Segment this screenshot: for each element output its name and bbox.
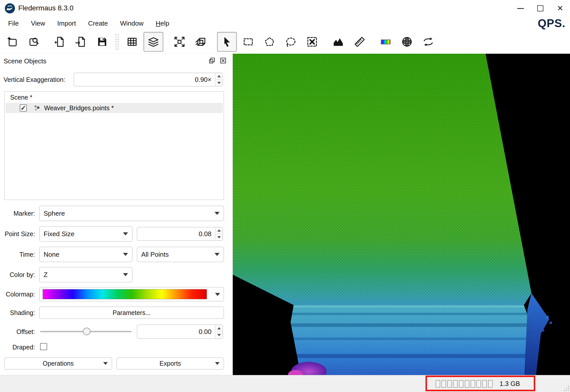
color-by-value: Z bbox=[40, 271, 48, 279]
colormap-select[interactable] bbox=[39, 287, 224, 301]
spin-down-icon[interactable] bbox=[215, 332, 223, 339]
scene-root-label[interactable]: Scene * bbox=[10, 94, 32, 101]
scene-tree[interactable]: Scene * ✓ Weaver_Bridges.points * bbox=[4, 91, 224, 200]
maximize-button[interactable] bbox=[530, 0, 550, 17]
time-filter-select[interactable]: All Points bbox=[137, 247, 224, 262]
vertical-exaggeration-label: Vertical Exaggeration: bbox=[4, 76, 65, 84]
menu-view[interactable]: View bbox=[25, 18, 51, 29]
offset-label: Offset: bbox=[0, 328, 35, 336]
color-by-select[interactable]: Z bbox=[39, 267, 132, 282]
measure-button[interactable] bbox=[350, 32, 369, 52]
spin-up-icon[interactable] bbox=[215, 325, 223, 332]
point-size-input[interactable]: 0.08 bbox=[137, 227, 223, 241]
maximize-icon bbox=[537, 5, 543, 11]
point-size-mode-select[interactable]: Fixed Size bbox=[39, 226, 132, 241]
vertical-exaggeration-spinner[interactable] bbox=[215, 73, 223, 86]
open-project-icon bbox=[27, 36, 40, 48]
menu-create[interactable]: Create bbox=[82, 18, 114, 29]
marker-value: Sphere bbox=[40, 210, 65, 217]
memory-segment bbox=[436, 380, 440, 388]
clear-selection-icon bbox=[306, 36, 318, 48]
menu-help-rest: elp bbox=[161, 20, 169, 27]
shading-label: Shading: bbox=[0, 309, 35, 317]
close-button[interactable]: ✕ bbox=[550, 0, 570, 17]
menu-help[interactable]: Help bbox=[150, 18, 175, 29]
menu-bar: File View Import Create Window Help QPS. bbox=[0, 17, 570, 30]
profile-chart-button[interactable] bbox=[328, 32, 348, 52]
open-project-button[interactable] bbox=[24, 32, 43, 52]
exports-button[interactable]: Exports bbox=[117, 358, 224, 369]
title-bar: Fledermaus 8.3.0 ✕ bbox=[0, 0, 570, 17]
time-label: Time: bbox=[0, 250, 35, 258]
chevron-down-icon bbox=[123, 273, 128, 276]
status-bar: 1.3 GB bbox=[0, 375, 570, 392]
chevron-down-icon bbox=[123, 232, 128, 235]
export-data-button[interactable] bbox=[71, 32, 91, 52]
spin-up-icon[interactable] bbox=[215, 227, 223, 234]
memory-segment bbox=[447, 380, 452, 388]
tree-item-label[interactable]: Weaver_Bridges.points * bbox=[44, 104, 114, 112]
lasso-select-icon bbox=[285, 36, 297, 48]
bounding-cube-icon bbox=[195, 36, 207, 48]
export-data-icon bbox=[75, 36, 87, 48]
lasso-select-button[interactable] bbox=[281, 32, 301, 52]
offset-slider[interactable] bbox=[40, 331, 132, 332]
chevron-down-icon bbox=[215, 253, 220, 256]
rectangle-select-button[interactable] bbox=[238, 32, 258, 52]
polygon-select-button[interactable] bbox=[260, 32, 279, 52]
memory-usage-widget: 1.3 GB bbox=[436, 375, 520, 392]
bounding-cube-button[interactable] bbox=[191, 32, 211, 52]
close-panel-icon[interactable] bbox=[219, 57, 227, 64]
resize-grip[interactable] bbox=[568, 390, 569, 391]
operations-button[interactable]: Operations bbox=[4, 358, 112, 369]
select-cursor-button[interactable] bbox=[217, 32, 237, 52]
qps-logo: QPS. bbox=[538, 17, 565, 30]
shading-parameters-button[interactable]: Parameters... bbox=[39, 307, 224, 319]
vertical-exaggeration-input[interactable]: 0.90× bbox=[74, 73, 223, 86]
shading-parameters-label: Parameters... bbox=[113, 309, 151, 316]
menu-window[interactable]: Window bbox=[114, 18, 150, 29]
offset-input[interactable]: 0.00 bbox=[137, 325, 223, 339]
gridded-surface-button[interactable] bbox=[397, 32, 417, 52]
select-cursor-icon bbox=[221, 36, 233, 48]
new-project-button[interactable] bbox=[2, 32, 22, 52]
polygon-select-icon bbox=[263, 36, 276, 48]
offset-value: 0.00 bbox=[137, 325, 215, 339]
viewport-3d[interactable] bbox=[233, 54, 570, 375]
time-mode-select[interactable]: None bbox=[39, 247, 132, 262]
spin-down-icon[interactable] bbox=[215, 234, 223, 241]
panel-title: Scene Objects bbox=[4, 57, 46, 65]
layers-button[interactable] bbox=[144, 32, 163, 52]
draped-checkbox[interactable] bbox=[40, 343, 47, 350]
rotate-view-button[interactable] bbox=[418, 32, 438, 52]
point-cloud-render bbox=[233, 54, 570, 375]
point-size-spinner[interactable] bbox=[215, 227, 223, 240]
memory-usage-value: 1.3 GB bbox=[500, 380, 520, 388]
point-size-value: 0.08 bbox=[137, 227, 215, 240]
colormap-button[interactable] bbox=[376, 32, 396, 52]
application-window: Fledermaus 8.3.0 ✕ File View Import Crea… bbox=[0, 0, 570, 392]
menu-file[interactable]: File bbox=[2, 18, 25, 29]
minimize-button[interactable] bbox=[511, 0, 530, 17]
clear-selection-button[interactable] bbox=[302, 32, 322, 52]
menu-import[interactable]: Import bbox=[51, 18, 82, 29]
grid-view-button[interactable] bbox=[122, 32, 142, 52]
toolbar-separator bbox=[115, 34, 119, 50]
fledermaus-logo-icon bbox=[5, 3, 15, 14]
spin-down-icon[interactable] bbox=[215, 80, 223, 86]
offset-slider-handle[interactable] bbox=[83, 328, 91, 335]
chevron-down-icon bbox=[215, 362, 220, 365]
float-panel-icon[interactable] bbox=[208, 57, 216, 64]
import-data-button[interactable] bbox=[50, 32, 69, 52]
tree-item-checkbox[interactable]: ✓ bbox=[20, 104, 27, 111]
zoom-extents-button[interactable] bbox=[170, 32, 189, 52]
marker-select[interactable]: Sphere bbox=[39, 206, 224, 221]
layers-icon bbox=[147, 36, 159, 48]
spin-up-icon[interactable] bbox=[215, 73, 223, 80]
offset-spinner[interactable] bbox=[215, 325, 223, 339]
tree-item-row[interactable]: ✓ Weaver_Bridges.points * bbox=[6, 103, 223, 113]
operations-label: Operations bbox=[43, 360, 74, 367]
save-button[interactable] bbox=[92, 32, 112, 52]
colormap-gradient bbox=[43, 289, 207, 299]
memory-segment bbox=[465, 380, 469, 388]
